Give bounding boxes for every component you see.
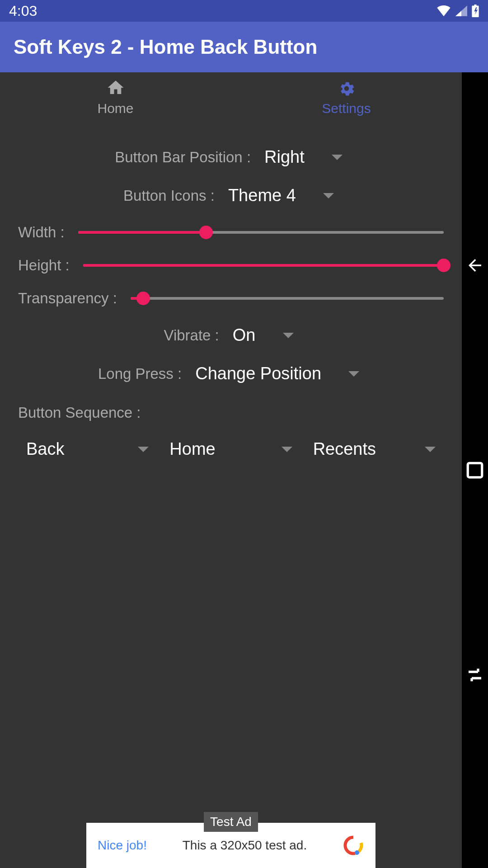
tab-home[interactable]: Home — [0, 72, 231, 122]
status-icons — [436, 5, 479, 17]
sequence-value-2: Home — [169, 439, 215, 459]
setting-long-press: Long Press : Change Position — [18, 361, 444, 386]
button-icons-dropdown[interactable]: Theme 4 — [224, 183, 338, 208]
chevron-down-icon — [348, 371, 359, 377]
button-sequence-label: Button Sequence : — [18, 404, 444, 421]
chevron-down-icon — [332, 155, 343, 160]
home-square-icon[interactable] — [465, 461, 484, 480]
tab-settings-label: Settings — [322, 101, 371, 116]
sequence-dropdown-3[interactable]: Recents — [305, 435, 444, 463]
main-content: Home Settings Button Bar Position : Righ… — [0, 72, 462, 868]
button-bar-position-dropdown[interactable]: Right — [260, 145, 347, 170]
sequence-dropdown-2[interactable]: Home — [161, 435, 300, 463]
setting-vibrate: Vibrate : On — [18, 323, 444, 348]
button-bar-position-label: Button Bar Position : — [115, 149, 251, 166]
tabs: Home Settings — [0, 72, 462, 122]
wifi-icon — [436, 5, 451, 16]
transparency-label: Transparency : — [18, 290, 117, 307]
button-bar-position-value: Right — [264, 147, 305, 167]
svg-rect-0 — [472, 6, 479, 17]
setting-width: Width : — [18, 224, 444, 241]
svg-rect-1 — [474, 5, 476, 6]
recents-icon[interactable] — [465, 665, 484, 684]
app-bar: Soft Keys 2 - Home Back Button — [0, 22, 488, 72]
width-slider[interactable] — [78, 231, 444, 234]
chevron-down-icon — [283, 333, 294, 338]
button-icons-label: Button Icons : — [123, 187, 215, 204]
sequence-value-1: Back — [26, 439, 64, 459]
height-slider[interactable] — [83, 264, 444, 267]
sequence-dropdown-1[interactable]: Back — [18, 435, 157, 463]
button-sequence-row: Back Home Recents — [18, 435, 444, 463]
width-label: Width : — [18, 224, 65, 241]
button-icons-value: Theme 4 — [228, 186, 296, 205]
svg-point-2 — [355, 850, 359, 855]
long-press-label: Long Press : — [98, 365, 182, 382]
status-time: 4:03 — [9, 3, 37, 19]
svg-rect-3 — [468, 463, 482, 477]
height-label: Height : — [18, 257, 70, 274]
vibrate-value: On — [233, 326, 256, 345]
signal-icon — [455, 5, 467, 16]
chevron-down-icon — [323, 193, 334, 198]
battery-icon — [472, 5, 479, 17]
back-icon[interactable] — [465, 256, 484, 275]
gear-icon — [337, 78, 356, 97]
setting-height: Height : — [18, 257, 444, 274]
chevron-down-icon — [138, 447, 149, 452]
setting-button-bar-position: Button Bar Position : Right — [18, 145, 444, 170]
sequence-value-3: Recents — [313, 439, 376, 459]
long-press-dropdown[interactable]: Change Position — [191, 361, 364, 386]
setting-button-icons: Button Icons : Theme 4 — [18, 183, 444, 208]
vibrate-dropdown[interactable]: On — [228, 323, 298, 348]
chevron-down-icon — [425, 447, 436, 452]
ad-badge: Test Ad — [204, 812, 258, 832]
app-title: Soft Keys 2 - Home Back Button — [14, 36, 317, 58]
status-bar: 4:03 — [0, 0, 488, 22]
long-press-value: Change Position — [195, 364, 321, 383]
setting-transparency: Transparency : — [18, 290, 444, 307]
ad-left-text: Nice job! — [98, 838, 147, 853]
tab-settings[interactable]: Settings — [231, 72, 462, 122]
ad-banner[interactable]: Test Ad Nice job! This a 320x50 test ad. — [86, 823, 375, 868]
ad-center-text: This a 320x50 test ad. — [183, 838, 307, 853]
floating-button-bar[interactable] — [462, 72, 488, 868]
transparency-slider[interactable] — [131, 297, 444, 300]
vibrate-label: Vibrate : — [164, 327, 219, 344]
tab-home-label: Home — [97, 101, 133, 116]
ad-logo-icon — [343, 835, 364, 856]
home-icon — [106, 78, 125, 97]
settings-section: Button Bar Position : Right Button Icons… — [0, 122, 462, 472]
chevron-down-icon — [282, 447, 292, 452]
